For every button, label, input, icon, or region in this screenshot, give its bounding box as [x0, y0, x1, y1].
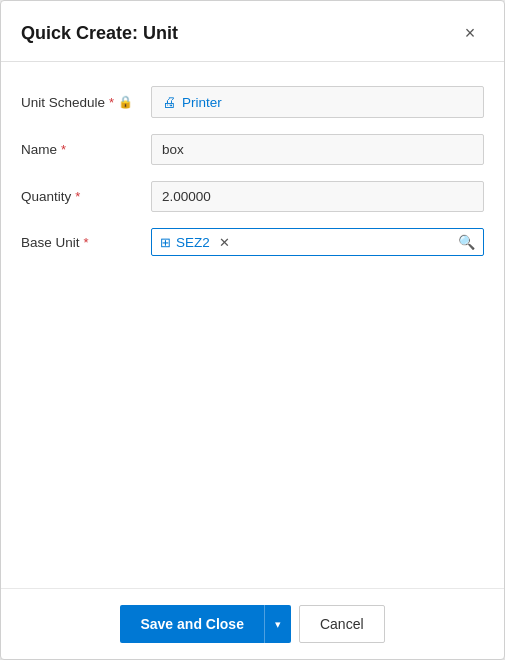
printer-field: 🖨 Printer [151, 86, 484, 118]
cancel-button[interactable]: Cancel [299, 605, 385, 643]
name-input[interactable] [151, 134, 484, 165]
save-close-chevron[interactable]: ▾ [264, 605, 291, 643]
unit-schedule-row: Unit Schedule * 🔒 🖨 Printer [21, 86, 484, 118]
dialog-header: Quick Create: Unit × [1, 1, 504, 62]
quantity-input[interactable] [151, 181, 484, 212]
base-unit-required: * [84, 235, 89, 250]
dialog-body: Unit Schedule * 🔒 🖨 Printer Name * [1, 62, 504, 588]
close-button[interactable]: × [456, 19, 484, 47]
sez-icon: ⊞ [160, 235, 171, 250]
save-close-group: Save and Close ▾ [120, 605, 291, 643]
unit-schedule-required: * [109, 95, 114, 110]
name-label: Name * [21, 142, 151, 157]
base-unit-input-container[interactable]: ⊞ SEZ2 ✕ 🔍 [151, 228, 484, 256]
quantity-field [151, 181, 484, 212]
quantity-label: Quantity * [21, 189, 151, 204]
base-unit-row: Base Unit * ⊞ SEZ2 ✕ 🔍 [21, 228, 484, 256]
quantity-required: * [75, 189, 80, 204]
name-required: * [61, 142, 66, 157]
unit-schedule-field: 🖨 Printer [151, 86, 484, 118]
name-row: Name * [21, 134, 484, 165]
chevron-down-icon: ▾ [275, 618, 281, 630]
dialog-footer: Save and Close ▾ Cancel [1, 588, 504, 659]
save-close-button[interactable]: Save and Close [120, 605, 264, 643]
dialog-title: Quick Create: Unit [21, 23, 178, 44]
close-icon: × [465, 23, 476, 44]
search-icon[interactable]: 🔍 [458, 234, 475, 250]
remove-tag-button[interactable]: ✕ [217, 235, 232, 250]
sez-link[interactable]: SEZ2 [176, 235, 210, 250]
quantity-row: Quantity * [21, 181, 484, 212]
base-unit-label: Base Unit * [21, 235, 151, 250]
name-field [151, 134, 484, 165]
unit-schedule-label: Unit Schedule * 🔒 [21, 95, 151, 110]
quick-create-dialog: Quick Create: Unit × Unit Schedule * 🔒 🖨… [0, 0, 505, 660]
base-unit-field: ⊞ SEZ2 ✕ 🔍 [151, 228, 484, 256]
base-unit-tag: ⊞ SEZ2 ✕ [160, 235, 458, 250]
printer-link[interactable]: Printer [182, 95, 222, 110]
lock-icon: 🔒 [118, 95, 133, 109]
printer-icon: 🖨 [162, 94, 176, 110]
